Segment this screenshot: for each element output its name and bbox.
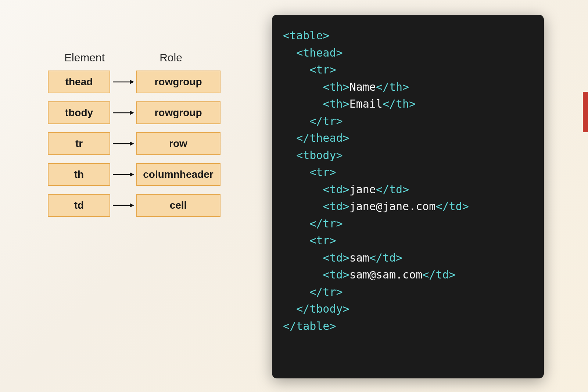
code-line: <tr> bbox=[283, 234, 336, 247]
role-box: rowgroup bbox=[136, 101, 220, 124]
map-row: th columnheader bbox=[48, 163, 220, 186]
code-tag: <td> bbox=[323, 183, 349, 196]
arrow-right-icon bbox=[110, 171, 136, 178]
code-tag: </th> bbox=[376, 80, 409, 93]
code-tag: <td> bbox=[323, 200, 349, 213]
code-text: sam bbox=[349, 251, 369, 264]
code-content: <table> <thead> <tr> <th>Name</th> <th>E… bbox=[283, 27, 533, 335]
map-row: tr row bbox=[48, 132, 220, 155]
code-text: Email bbox=[349, 97, 383, 110]
map-row: td cell bbox=[48, 194, 220, 217]
role-box: row bbox=[136, 132, 220, 155]
code-text: jane bbox=[349, 183, 376, 196]
code-line: <tr> bbox=[283, 63, 336, 76]
code-tag: <th> bbox=[323, 80, 349, 93]
code-tag: </td> bbox=[435, 200, 469, 213]
arrow-right-icon bbox=[110, 202, 136, 209]
code-line: </thead> bbox=[283, 132, 349, 144]
code-text: sam@sam.com bbox=[349, 268, 423, 281]
header-element: Element bbox=[48, 51, 121, 64]
code-tag: <th> bbox=[323, 97, 349, 110]
arrow-right-icon bbox=[110, 109, 136, 116]
arrow-right-icon bbox=[110, 78, 136, 86]
map-row: thead rowgroup bbox=[48, 71, 220, 93]
code-line: <table> bbox=[283, 29, 329, 42]
code-tag: </td> bbox=[369, 251, 402, 264]
svg-marker-9 bbox=[130, 203, 134, 208]
element-box: tr bbox=[48, 132, 110, 155]
element-box: th bbox=[48, 163, 110, 186]
arrow-right-icon bbox=[110, 140, 136, 147]
header-role: Role bbox=[121, 51, 220, 64]
element-box: tbody bbox=[48, 101, 110, 124]
code-line: </tr> bbox=[283, 115, 343, 127]
code-line: <tbody> bbox=[283, 149, 343, 162]
code-line: <td>jane</td> bbox=[283, 183, 409, 196]
code-line: <th>Name</th> bbox=[283, 80, 409, 93]
code-line: <thead> bbox=[283, 46, 343, 59]
element-role-diagram: Element Role thead rowgrouptbody rowgrou… bbox=[48, 51, 220, 225]
code-tag: </thead> bbox=[296, 132, 349, 144]
role-box: columnheader bbox=[136, 163, 220, 186]
code-line: <td>sam</td> bbox=[283, 251, 402, 264]
code-line: <td>jane@jane.com</td> bbox=[283, 200, 469, 213]
svg-marker-3 bbox=[130, 111, 134, 115]
code-tag: <tr> bbox=[309, 166, 336, 179]
code-line: <tr> bbox=[283, 166, 336, 179]
svg-marker-5 bbox=[130, 141, 134, 146]
code-tag: </table> bbox=[283, 320, 336, 332]
code-tag: <tbody> bbox=[296, 149, 343, 162]
element-box: thead bbox=[48, 71, 110, 93]
code-tag: </tr> bbox=[309, 285, 343, 298]
code-tag: <tr> bbox=[309, 63, 336, 76]
red-edge-accent bbox=[583, 92, 588, 132]
code-tag: <td> bbox=[323, 251, 349, 264]
svg-marker-7 bbox=[130, 172, 134, 177]
code-tag: </tr> bbox=[309, 217, 343, 230]
code-line: </tr> bbox=[283, 217, 343, 230]
code-tag: <tr> bbox=[309, 234, 336, 247]
code-tag: <thead> bbox=[296, 46, 343, 59]
code-line: </table> bbox=[283, 320, 336, 332]
code-tag: </tbody> bbox=[296, 302, 349, 315]
map-row: tbody rowgroup bbox=[48, 101, 220, 124]
code-text: jane@jane.com bbox=[349, 200, 436, 213]
diagram-headers: Element Role bbox=[48, 51, 220, 64]
code-block: <table> <thead> <tr> <th>Name</th> <th>E… bbox=[272, 15, 544, 378]
code-line: <th>Email</th> bbox=[283, 97, 416, 110]
svg-marker-1 bbox=[130, 80, 134, 84]
code-line: </tr> bbox=[283, 285, 343, 298]
code-tag: <table> bbox=[283, 29, 329, 42]
role-box: cell bbox=[136, 194, 220, 217]
code-text: Name bbox=[349, 80, 376, 93]
diagram-rows: thead rowgrouptbody rowgrouptr rowth col… bbox=[48, 71, 220, 217]
code-line: </tbody> bbox=[283, 302, 349, 315]
code-tag: <td> bbox=[323, 268, 349, 281]
role-box: rowgroup bbox=[136, 71, 220, 93]
code-tag: </tr> bbox=[309, 115, 343, 127]
code-line: <td>sam@sam.com</td> bbox=[283, 268, 456, 281]
code-tag: </th> bbox=[383, 97, 416, 110]
code-tag: </td> bbox=[376, 183, 409, 196]
code-tag: </td> bbox=[422, 268, 455, 281]
element-box: td bbox=[48, 194, 110, 217]
